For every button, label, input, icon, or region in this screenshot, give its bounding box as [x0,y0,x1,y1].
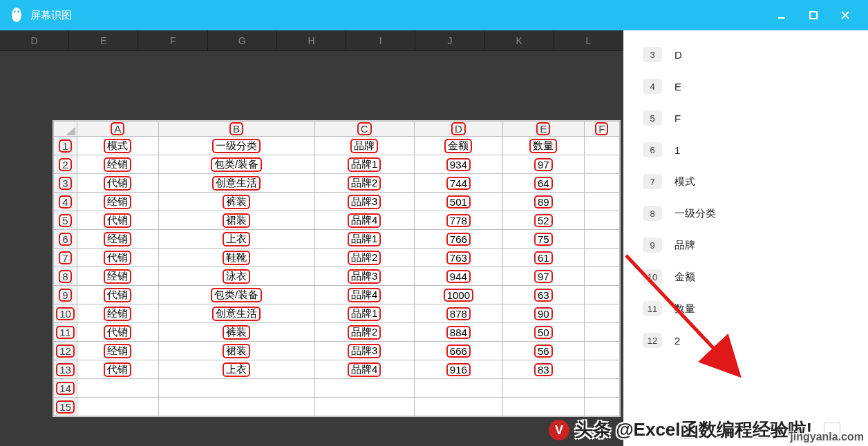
cell: 品牌3 [314,342,414,360]
ocr-result-item[interactable]: 10金额 [643,269,854,284]
cell [314,379,414,398]
col-header: E [503,122,585,137]
cell: 501 [414,193,502,211]
cell: 1000 [414,286,502,304]
result-index: 3 [643,47,662,62]
cell [584,360,619,379]
ocr-result-item[interactable]: 7模式 [643,174,854,189]
ocr-result-item[interactable]: 8一级分类 [643,206,854,221]
row-header: 7 [54,249,77,267]
cell: 61 [503,249,585,267]
cell: 数量 [503,137,585,155]
ocr-result-item[interactable]: 4E [643,79,854,94]
cell: 鞋靴 [158,249,314,267]
watermark-text: 头条 @Excel函数编程经验啦! [575,418,812,442]
ocr-result-item[interactable]: 11数量 [643,301,854,316]
result-text: 模式 [674,175,695,188]
cell: 766 [414,230,502,249]
bg-col: G [208,30,277,50]
cell [158,398,314,416]
bg-col: J [415,30,484,50]
ocr-result-item[interactable]: 61 [643,142,854,157]
result-index: 12 [643,333,662,348]
row-header: 11 [54,323,77,342]
cell: 89 [503,193,585,211]
result-index: 10 [643,269,662,284]
cell [414,379,502,398]
minimize-button[interactable] [766,0,798,30]
cell: 75 [503,230,585,249]
row-header: 14 [54,379,77,398]
cell [584,230,619,249]
cell [584,398,619,416]
cell: 944 [414,267,502,286]
result-text: 品牌 [674,239,695,252]
cell: 经销 [77,193,159,211]
cell: 778 [414,211,502,230]
cell [584,379,619,398]
cell: 代销 [77,211,159,230]
maximize-button[interactable] [798,0,829,30]
result-index: 9 [643,237,662,253]
row-header: 15 [54,398,77,416]
bg-col: E [69,30,138,50]
cell [414,398,502,416]
col-header: C [314,122,414,137]
result-text: F [674,113,681,124]
svg-point-3 [17,10,19,13]
row-header: 8 [54,267,77,286]
cell [584,267,619,286]
cell: 裙装 [158,211,314,230]
cell [503,398,585,416]
cell: 63 [503,286,585,304]
result-index: 7 [643,174,662,189]
cell: 代销 [77,286,159,304]
ocr-result-item[interactable]: 5F [643,110,854,126]
bg-col: L [554,30,623,50]
result-index: 5 [643,110,662,126]
cell: 创意生活 [158,304,314,323]
cell: 品牌2 [314,323,414,342]
ocr-result-item[interactable]: 122 [643,333,854,348]
cell: 代销 [77,174,159,193]
cell: 包类/装备 [158,286,314,304]
cell: 884 [414,323,502,342]
cell: 代销 [77,323,159,342]
cell: 56 [503,342,585,360]
cell: 一级分类 [158,137,314,155]
watermark-site: jingyanla.com [790,431,864,443]
row-header: 6 [54,230,77,249]
cell: 品牌3 [314,193,414,211]
cell: 经销 [77,342,159,360]
cell: 经销 [77,267,159,286]
col-header: F [584,122,619,137]
cell [584,193,619,211]
qq-penguin-icon [10,6,23,24]
cell: 模式 [77,137,159,155]
bg-col: H [277,30,346,50]
svg-point-1 [12,8,21,17]
cell: 878 [414,304,502,323]
titlebar: 屏幕识图 [0,0,868,30]
cell [158,379,314,398]
cell: 代销 [77,249,159,267]
recognized-spreadsheet: A B C D E F 1模式一级分类品牌金额数量2经销包类/装备品牌19349… [53,120,621,417]
ocr-result-item[interactable]: 9品牌 [643,237,854,253]
corner-cell [54,122,77,137]
cell: 50 [503,323,585,342]
row-header: 10 [54,304,77,323]
cell: 品牌2 [314,174,414,193]
row-header: 4 [54,193,77,211]
svg-point-2 [14,10,15,13]
cell: 90 [503,304,585,323]
ocr-result-item[interactable]: 3D [643,47,854,62]
result-text: 一级分类 [674,207,716,220]
cell: 品牌3 [314,267,414,286]
cell: 品牌1 [314,304,414,323]
col-header: D [414,122,502,137]
close-button[interactable] [829,0,861,30]
cell [314,398,414,416]
cell: 品牌4 [314,286,414,304]
cell [584,286,619,304]
cell [584,211,619,230]
